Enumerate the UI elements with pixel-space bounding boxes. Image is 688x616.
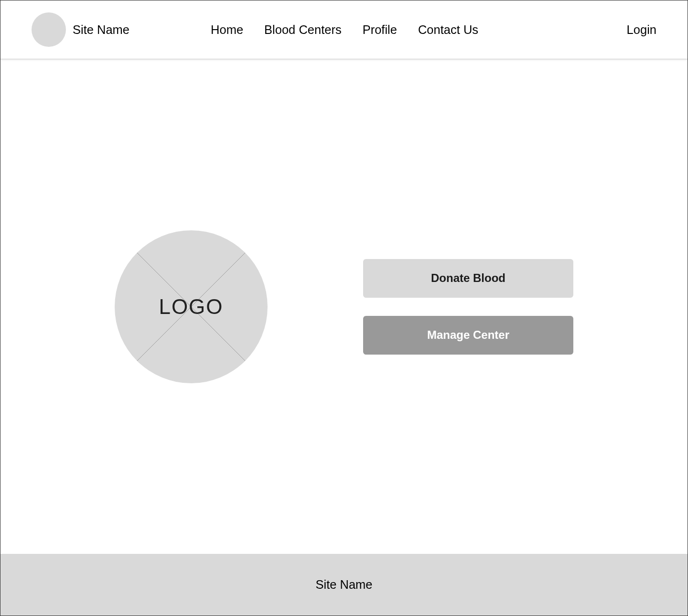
nav-contact-us[interactable]: Contact Us <box>418 23 478 37</box>
nav: Home Blood Centers Profile Contact Us <box>211 23 478 37</box>
main: LOGO Donate Blood Manage Center <box>0 59 688 554</box>
cta-column: Donate Blood Manage Center <box>363 259 573 355</box>
nav-profile[interactable]: Profile <box>363 23 397 37</box>
logo-placeholder-label: LOGO <box>159 295 223 319</box>
donate-blood-button[interactable]: Donate Blood <box>363 259 573 298</box>
logo-placeholder: LOGO <box>115 230 268 383</box>
nav-blood-centers[interactable]: Blood Centers <box>264 23 342 37</box>
header: Site Name Home Blood Centers Profile Con… <box>0 0 688 59</box>
footer: Site Name <box>0 554 688 616</box>
logo-icon <box>32 12 66 47</box>
nav-home[interactable]: Home <box>211 23 243 37</box>
login-link[interactable]: Login <box>627 23 656 37</box>
manage-center-button[interactable]: Manage Center <box>363 316 573 355</box>
site-name: Site Name <box>73 23 129 37</box>
footer-site-name: Site Name <box>315 578 372 592</box>
logo-placeholder-circle: LOGO <box>115 230 268 383</box>
